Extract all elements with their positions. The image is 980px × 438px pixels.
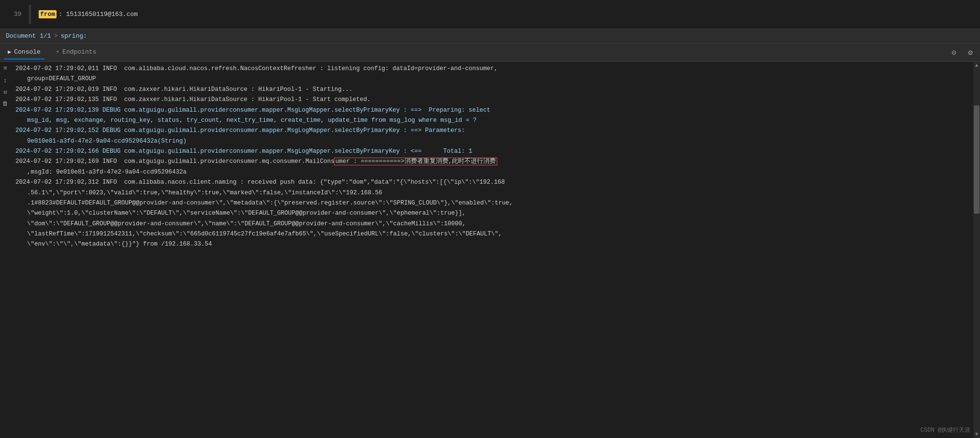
watermark: CSDN @执键行天涯	[921, 426, 970, 434]
log-line-8d: \"weight\":1.0,\"clusterName\":\"DEFAULT…	[12, 208, 972, 219]
breadcrumb-label: spring:	[60, 32, 87, 40]
log-line-5b: 9e010e81-a3fd-47e2-9a04-ccd95296432a(Str…	[12, 136, 972, 146]
log-line-2: 2024-07-02 17:29:02,019 INFO com.zaxxer.…	[12, 85, 972, 95]
log-line-8b: .56.1\",\"port\":8023,\"valid\":true,\"h…	[12, 188, 972, 198]
scroll-down-icon[interactable]: ▼	[975, 432, 978, 437]
log-line-5: 2024-07-02 17:29:02,152 DEBUG com.atguig…	[12, 126, 972, 136]
sidebar-icon-2[interactable]: ↕	[2, 76, 8, 85]
code-editor-top: 39 from : 15131650119@163.com	[0, 0, 980, 29]
log-line-8: 2024-07-02 17:29:02,312 INFO com.alibaba…	[12, 177, 972, 188]
log-line-4: 2024-07-02 17:29:02,139 DEBUG com.atguig…	[12, 105, 972, 116]
log-line-highlighted: 2024-07-02 17:29:02,169 INFO com.atguigu…	[12, 157, 972, 167]
log-line-6: 2024-07-02 17:29:02,166 DEBUG com.atguig…	[12, 146, 972, 157]
log-line-8f: \"lastRefTime\":1719912542311,\"checksum…	[12, 229, 972, 239]
log-line-8g: \"env\":\"\",\"metadata\":{}}"} from /19…	[12, 239, 972, 249]
globe-icon[interactable]: ⊙	[948, 47, 960, 58]
log-line-1b: group=DEFAULT_GROUP	[12, 74, 972, 84]
line-number: 39	[0, 11, 29, 18]
settings-icon[interactable]: ⚙	[965, 47, 976, 58]
scroll-thumb[interactable]	[974, 105, 980, 214]
log-line-7b: ,msgId: 9e010e81-a3fd-47e2-9a04-ccd95296…	[12, 167, 972, 177]
log-line-8c: .1#8023#DEFAULT#DEFAULT_GROUP@@provider-…	[12, 198, 972, 208]
scroll-up-icon[interactable]: ▲	[975, 63, 978, 68]
tab-console-label: Console	[14, 48, 41, 56]
tab-endpoints-label: Endpoints	[62, 48, 96, 56]
tab-bar: ▶ Console ⚡ Endpoints ⊙ ⚙	[0, 44, 980, 62]
tab-console[interactable]: ▶ Console	[4, 45, 44, 59]
tab-bar-actions: ⊙ ⚙	[948, 47, 976, 58]
sidebar-icon-1[interactable]: ≡	[2, 64, 8, 73]
breadcrumb-bar: Document 1/1 > spring:	[0, 29, 980, 44]
log-line-3: 2024-07-02 17:29:02,135 INFO com.zaxxer.…	[12, 95, 972, 105]
tab-endpoints[interactable]: ⚡ Endpoints	[52, 45, 100, 59]
log-line-8e: \"dom\":\"DEFAULT_GROUP@@provider-and-co…	[12, 219, 972, 229]
console-icon: ▶	[8, 48, 11, 56]
sidebar-icon-4[interactable]: 🗑	[1, 99, 9, 108]
console-output: ≡ ↕ ⊟ 🗑 2024-07-02 17:29:02,011 INFO com…	[0, 62, 980, 438]
scrollbar[interactable]: ▲ ▼	[973, 62, 980, 438]
keyword-from: from	[39, 10, 57, 18]
breadcrumb-separator: >	[54, 32, 58, 40]
log-line-4b: msg_id, msg, exchange, routing_key, stat…	[12, 116, 972, 126]
log-line-1: 2024-07-02 17:29:02,011 INFO com.alibaba…	[12, 64, 972, 74]
highlighted-text: umer : ===========>消费者重复消费,此时不进行消费	[334, 158, 497, 165]
breadcrumb-document: Document 1/1	[6, 32, 51, 40]
code-rest: : 15131650119@163.com	[58, 11, 138, 18]
code-line: from : 15131650119@163.com	[39, 10, 138, 18]
sidebar-icon-3[interactable]: ⊟	[3, 88, 8, 96]
endpoints-icon: ⚡	[56, 48, 59, 56]
